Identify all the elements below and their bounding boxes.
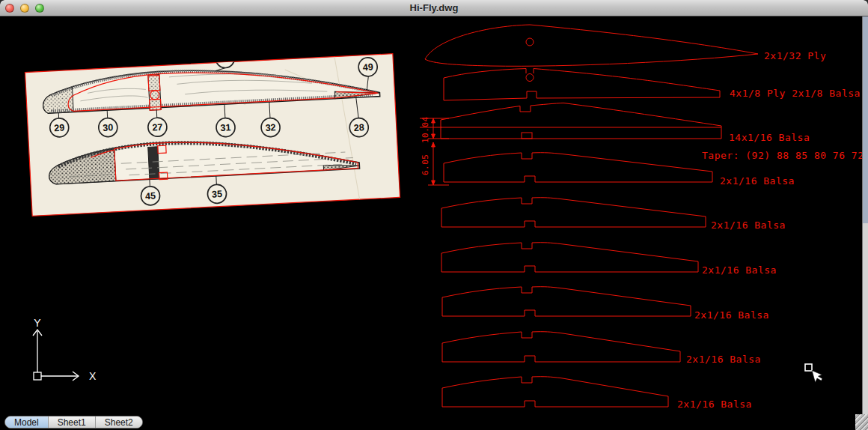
tab-model[interactable]: Model [5, 417, 49, 428]
tab-sheet1[interactable]: Sheet1 [49, 417, 96, 428]
rib-label-1: 2x1/32 Ply [764, 50, 826, 61]
svg-text:49: 49 [362, 62, 373, 73]
balloon-29: 29 [49, 118, 69, 137]
balloon-32: 32 [260, 118, 280, 137]
rib-label-4: 2x1/16 Balsa [720, 175, 795, 187]
rib-label-6: 2x1/16 Balsa [702, 264, 777, 276]
rib-label-2: 4x1/8 Ply 2x1/8 Balsa [730, 88, 861, 99]
cad-canvas[interactable]: 29 30 27 31 32 28 49 45 35 [0, 16, 868, 414]
balloon-28: 28 [349, 118, 369, 137]
balloon-clipped [216, 49, 235, 68]
scanned-plan-image[interactable]: 29 30 27 31 32 28 49 45 35 [25, 40, 400, 216]
window-title: Hi-Fly.dwg [0, 2, 868, 13]
balloon-31: 31 [216, 118, 235, 137]
svg-text:31: 31 [220, 122, 231, 133]
close-button[interactable] [5, 4, 14, 13]
app-window: Hi-Fly.dwg [0, 0, 868, 430]
rib-outline-5[interactable] [441, 198, 706, 227]
ucs-icon: Y X [33, 317, 97, 382]
balloon-30: 30 [98, 118, 117, 137]
rib-label-5: 2x1/16 Balsa [711, 219, 786, 231]
ucs-x-label: X [89, 370, 97, 382]
rib-label-8: 2x1/16 Balsa [686, 354, 761, 365]
layout-tabs: Model Sheet1 Sheet2 [4, 416, 143, 429]
rib-label-9: 2x1/16 Balsa [677, 399, 752, 410]
ucs-y-label: Y [34, 317, 41, 329]
tab-sheet2[interactable]: Sheet2 [96, 417, 142, 428]
balloon-35: 35 [207, 184, 227, 204]
rib-outline-3[interactable] [441, 103, 721, 139]
rib-outline-7[interactable] [442, 287, 691, 316]
svg-text:29: 29 [54, 123, 65, 134]
svg-text:30: 30 [103, 122, 114, 133]
minimize-button[interactable] [20, 4, 29, 13]
svg-text:32: 32 [265, 122, 276, 133]
svg-text:27: 27 [152, 122, 163, 133]
layout-tabbar: Model Sheet1 Sheet2 [0, 414, 868, 430]
svg-text:28: 28 [353, 122, 364, 133]
rib-outline-6[interactable] [441, 243, 698, 272]
scrollbar-thumb[interactable] [863, 16, 868, 223]
rib-label-7: 2x1/16 Balsa [694, 309, 769, 321]
rib-outline-4[interactable] [444, 153, 712, 182]
taper-note: Taper: (92) 88 85 80 76 72 68 [702, 150, 868, 161]
balloon-27: 27 [147, 118, 167, 137]
zoom-button[interactable] [35, 4, 44, 13]
balloon-45: 45 [141, 186, 160, 205]
svg-text:35: 35 [212, 189, 223, 200]
vertical-scrollbar[interactable] [863, 16, 868, 414]
titlebar: Hi-Fly.dwg [0, 0, 868, 16]
rib-outline-9[interactable] [442, 377, 668, 407]
rib-outline-1[interactable] [425, 25, 758, 66]
rib-label-3: 14x1/16 Balsa [729, 132, 810, 143]
pick-cursor [805, 364, 822, 383]
balloon-49: 49 [358, 57, 378, 76]
rib-outline-8[interactable] [442, 332, 680, 362]
resize-grip[interactable] [855, 414, 868, 430]
dim-text-6-05: 6.05 [421, 154, 430, 176]
rib-outline-2[interactable] [444, 69, 720, 101]
svg-text:45: 45 [145, 190, 156, 202]
window-controls [5, 0, 44, 16]
dim-text-10-04: 10.04 [421, 116, 430, 143]
